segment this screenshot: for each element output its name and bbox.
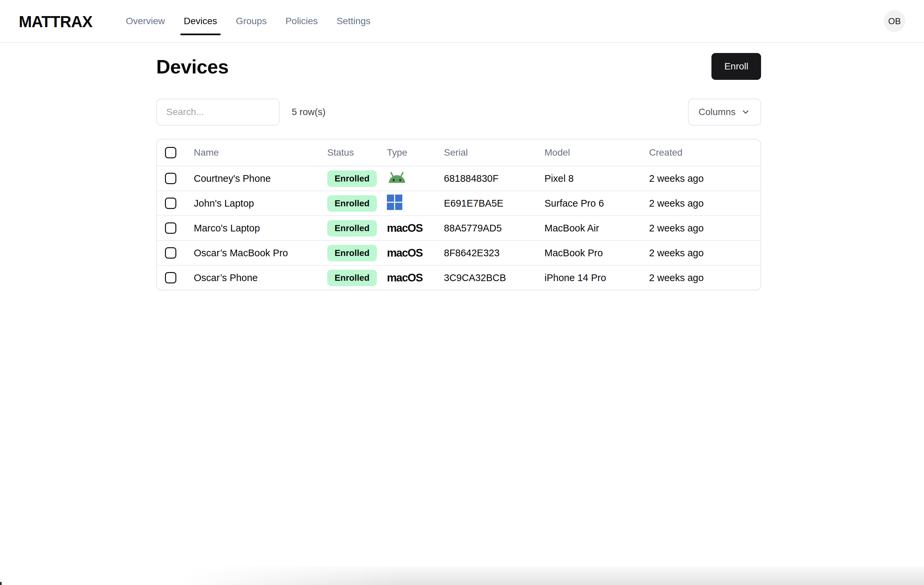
row-checkbox[interactable] xyxy=(165,222,177,234)
nav-item-label: Groups xyxy=(236,16,267,26)
column-header-name[interactable]: Name xyxy=(194,147,327,158)
device-serial: 3C9CA32BCB xyxy=(444,273,544,283)
device-serial: 88A5779AD5 xyxy=(444,223,544,234)
device-status-cell: Enrolled xyxy=(327,245,387,261)
device-type-cell: macOS xyxy=(387,246,444,259)
device-status-cell: Enrolled xyxy=(327,195,387,212)
top-nav-bar: MATTRAX Overview Devices Groups Policies… xyxy=(0,0,924,43)
row-checkbox[interactable] xyxy=(165,272,177,283)
table-row[interactable]: Oscar’s MacBook Pro Enrolled macOS 8F864… xyxy=(157,240,761,265)
row-checkbox[interactable] xyxy=(165,198,177,209)
status-badge: Enrolled xyxy=(327,270,377,286)
select-all-cell xyxy=(165,147,194,158)
devices-table: NameStatusTypeSerialModelCreated Courtne… xyxy=(156,139,761,291)
row-count-label: 5 row(s) xyxy=(292,107,325,117)
column-header-type[interactable]: Type xyxy=(387,147,444,158)
device-status-cell: Enrolled xyxy=(327,270,387,286)
columns-button-label: Columns xyxy=(699,107,736,117)
column-header-status[interactable]: Status xyxy=(327,147,387,158)
nav-item-settings[interactable]: Settings xyxy=(337,0,370,43)
table-header-row: NameStatusTypeSerialModelCreated xyxy=(157,140,761,166)
row-checkbox-cell xyxy=(165,173,194,184)
nav-item-policies[interactable]: Policies xyxy=(285,0,317,43)
device-name[interactable]: Oscar’s MacBook Pro xyxy=(194,248,327,259)
device-created: 2 weeks ago xyxy=(649,173,761,184)
column-header-model[interactable]: Model xyxy=(544,147,649,158)
device-serial: E691E7BA5E xyxy=(444,198,544,209)
page-title: Devices xyxy=(156,55,229,78)
table-row[interactable]: Oscar’s Phone Enrolled macOS 3C9CA32BCB … xyxy=(157,265,761,290)
status-badge: Enrolled xyxy=(327,170,377,187)
device-model: iPhone 14 Pro xyxy=(544,273,649,283)
row-checkbox-cell xyxy=(165,272,194,283)
device-created: 2 weeks ago xyxy=(649,223,761,234)
macos-wordmark: macOS xyxy=(387,222,422,234)
row-checkbox-cell xyxy=(165,198,194,209)
user-avatar[interactable]: OB xyxy=(884,10,905,32)
columns-button[interactable]: Columns xyxy=(688,99,761,126)
nav-item-groups[interactable]: Groups xyxy=(236,0,267,43)
column-header-serial[interactable]: Serial xyxy=(444,147,544,158)
nav-item-label: Overview xyxy=(126,16,165,26)
row-checkbox[interactable] xyxy=(165,247,177,259)
windows-icon xyxy=(387,195,402,210)
android-icon xyxy=(387,171,407,184)
devices-page: MATTRAX Overview Devices Groups Policies… xyxy=(0,0,924,585)
main-content: Devices Enroll 5 row(s) Columns NameStat… xyxy=(156,53,761,291)
device-created: 2 weeks ago xyxy=(649,273,761,283)
status-badge: Enrolled xyxy=(327,220,377,236)
corner-mark xyxy=(0,582,2,585)
table-body: Courtney's Phone Enrolled 681884830F Pix… xyxy=(157,166,761,290)
device-created: 2 weeks ago xyxy=(649,248,761,259)
device-name[interactable]: Marco's Laptop xyxy=(194,223,327,234)
device-type-cell: macOS xyxy=(387,222,444,235)
column-header-created[interactable]: Created xyxy=(649,147,761,158)
device-status-cell: Enrolled xyxy=(327,170,387,187)
enroll-button[interactable]: Enroll xyxy=(711,53,761,80)
device-created: 2 weeks ago xyxy=(649,198,761,209)
row-checkbox-cell xyxy=(165,222,194,234)
device-name[interactable]: Courtney's Phone xyxy=(194,173,327,184)
status-badge: Enrolled xyxy=(327,245,377,261)
title-row: Devices Enroll xyxy=(156,53,761,80)
device-model: Surface Pro 6 xyxy=(544,198,649,209)
device-serial: 8F8642E323 xyxy=(444,248,544,259)
bottom-shadow xyxy=(181,566,924,585)
table-toolbar: 5 row(s) Columns xyxy=(156,99,761,126)
nav-item-overview[interactable]: Overview xyxy=(126,0,165,43)
device-type-cell xyxy=(387,171,444,186)
search-input[interactable] xyxy=(156,99,280,126)
nav-item-label: Devices xyxy=(184,16,217,26)
brand-logo[interactable]: MATTRAX xyxy=(19,12,92,31)
row-checkbox-cell xyxy=(165,247,194,259)
device-model: MacBook Pro xyxy=(544,248,649,259)
device-name[interactable]: John's Laptop xyxy=(194,198,327,209)
nav-item-label: Settings xyxy=(337,16,370,26)
chevron-down-icon xyxy=(741,107,750,117)
device-model: MacBook Air xyxy=(544,223,649,234)
nav-item-label: Policies xyxy=(285,16,317,26)
macos-wordmark: macOS xyxy=(387,271,422,284)
device-serial: 681884830F xyxy=(444,173,544,184)
table-row[interactable]: John's Laptop Enrolled E691E7BA5E Surfac… xyxy=(157,190,761,215)
select-all-checkbox[interactable] xyxy=(165,147,177,158)
device-status-cell: Enrolled xyxy=(327,220,387,236)
status-badge: Enrolled xyxy=(327,195,377,212)
nav-item-devices[interactable]: Devices xyxy=(184,0,217,43)
table-row[interactable]: Courtney's Phone Enrolled 681884830F Pix… xyxy=(157,166,761,190)
device-type-cell xyxy=(387,195,444,212)
main-nav: Overview Devices Groups Policies Setting… xyxy=(116,0,380,43)
device-model: Pixel 8 xyxy=(544,173,649,184)
row-checkbox[interactable] xyxy=(165,173,177,184)
macos-wordmark: macOS xyxy=(387,246,422,259)
device-type-cell: macOS xyxy=(387,271,444,284)
active-tab-underline xyxy=(180,33,221,35)
table-row[interactable]: Marco's Laptop Enrolled macOS 88A5779AD5… xyxy=(157,215,761,240)
device-name[interactable]: Oscar’s Phone xyxy=(194,273,327,283)
